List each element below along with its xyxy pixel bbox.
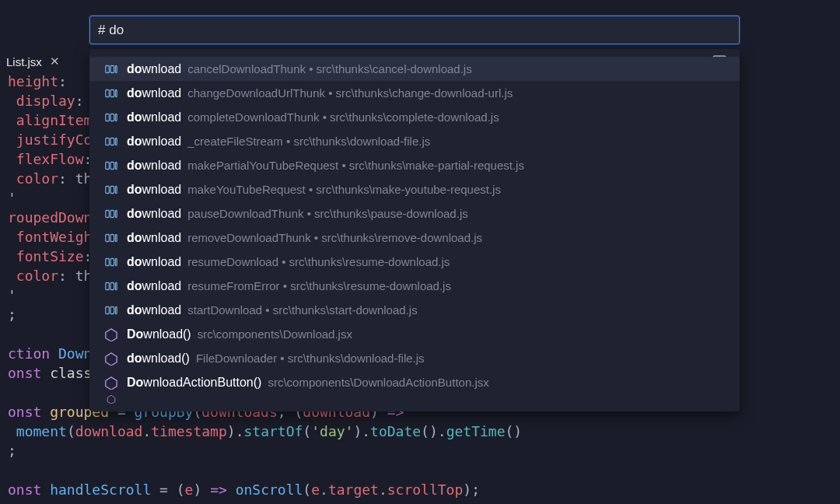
svg-rect-10 [115,114,117,121]
code-token: color [16,268,58,284]
editor-tab[interactable]: List.jsx ✕ [0,51,71,72]
method-icon [103,86,119,101]
svg-rect-28 [115,258,117,265]
code-token: justifyCo [16,131,93,148]
svg-rect-12 [110,138,114,145]
svg-rect-29 [106,282,110,289]
code-token: target [328,481,379,498]
code-token: download [75,423,143,439]
suggestion-detail: resumeFromError • src\thunks\resume-down… [187,279,451,292]
suggestion-suffix: () [254,376,262,390]
code-token: startOf [244,423,303,439]
code-token: onst [8,481,50,498]
code-token: flexFlow [16,151,84,167]
suggestion-name: download [127,279,181,293]
suggestion-name: download [127,86,181,100]
class-icon [103,375,119,390]
suggestion-detail: completeDownloadThunk • src\thunks\compl… [187,110,499,124]
code-token: roupedDown [8,209,92,226]
svg-rect-23 [106,234,110,241]
code-token: e [185,481,194,498]
code-token: moment [16,423,67,439]
svg-rect-5 [106,89,110,96]
method-icon [103,61,119,77]
code-token: ' [8,190,16,206]
command-palette-input-wrap[interactable] [89,16,740,44]
code-token: : [75,93,84,109]
suggestion-name: download [127,135,181,149]
svg-rect-8 [106,114,110,121]
code-token: handleScroll [50,481,151,498]
code-token: onst [8,365,50,381]
code-token: . [379,481,387,498]
suggestion-row[interactable]: downloadpauseDownloadThunk • src\thunks\… [89,201,740,226]
method-icon [103,254,119,270]
code-token: ); [463,481,480,498]
suggestion-detail: removeDownloadThunk • src\thunks\remove-… [187,231,482,244]
suggestion-detail: changeDownloadUrlThunk • src\thunks\chan… [187,86,513,100]
code-token: = ( [151,481,184,498]
svg-rect-15 [110,162,114,169]
code-token: Down [58,345,92,362]
code-token: 'day' [311,423,353,439]
svg-rect-6 [110,89,114,96]
command-palette-input[interactable] [98,23,731,38]
suggestion-row[interactable]: downloadremoveDownloadThunk • src\thunks… [89,226,740,250]
suggestion-detail: _createFileStream • src\thunks\download-… [187,135,430,148]
code-token: class [50,365,92,381]
suggestion-detail: cancelDownloadThunk • src\thunks\cancel-… [187,62,471,75]
suggestion-row[interactable]: downloadcompleteDownloadThunk • src\thun… [89,105,740,129]
suggestion-suffix: () [183,327,191,341]
code-token: toDate [370,423,421,439]
suggestion-row-truncated [89,394,740,408]
suggestion-row[interactable]: downloadcancelDownloadThunk • src\thunks… [89,57,740,81]
svg-rect-3 [110,65,114,72]
suggestion-detail: pauseDownloadThunk • src\thunks\pause-do… [187,207,467,220]
close-icon[interactable]: ✕ [50,54,60,68]
suggestion-row[interactable]: downloadresumeFromError • src\thunks\res… [89,274,740,298]
method-icon [103,158,119,173]
method-icon [103,303,119,318]
code-token: ( [303,423,311,439]
suggestion-row[interactable]: downloadmakeYouTubeRequest • src\thunks\… [89,177,740,201]
suggestion-name: download [127,207,181,221]
code-token: (). [421,423,446,439]
code-token: alignItem [16,112,93,128]
code-token: fontSize [16,248,84,264]
svg-rect-20 [106,210,110,217]
suggestion-row[interactable]: download_createFileStream • src\thunks\d… [89,129,740,153]
suggestion-name: DownloadActionButton [127,376,254,390]
svg-rect-22 [115,210,117,217]
suggestion-detail: startDownload • src\thunks\start-downloa… [187,303,417,317]
code-token: : th [58,170,92,187]
suggestion-row[interactable]: downloadstartDownload • src\thunks\start… [89,298,740,322]
svg-rect-26 [106,258,110,265]
suggestion-row[interactable]: downloadmakePartialYouTubeRequest • src\… [89,153,740,177]
svg-rect-17 [106,186,110,193]
suggestion-name: download [127,255,181,269]
code-token: e [311,481,320,498]
suggestion-row[interactable]: downloadresumeDownload • src\thunks\resu… [89,250,740,274]
suggestion-row[interactable]: downloadchangeDownloadUrlThunk • src\thu… [89,81,740,105]
suggestion-detail: makeYouTubeRequest • src\thunks\make-you… [187,183,501,196]
svg-rect-14 [106,162,110,169]
svg-rect-16 [115,162,117,169]
suggestion-detail: FileDownloader • src\thunks\download-fil… [196,352,425,365]
suggestion-row[interactable]: DownloadActionButton()src\components\Dow… [89,370,740,394]
svg-rect-24 [110,234,114,241]
svg-rect-21 [110,210,114,217]
svg-rect-2 [106,65,110,72]
code-token: ) [193,481,210,498]
code-token: height [8,73,58,89]
tab-filename: List.jsx [6,55,42,68]
method-icon [103,134,119,149]
suggestion-row[interactable]: download()FileDownloader • src\thunks\do… [89,346,740,370]
code-token: getTime [446,423,506,439]
suggestion-row[interactable]: Download()src\components\Download.jsx [89,322,740,346]
code-token: : [58,73,67,89]
suggestion-name: download [127,159,181,173]
class-icon [103,351,119,366]
svg-rect-18 [110,186,114,193]
code-token: scrollTop [387,481,464,498]
code-token: ). [353,423,370,439]
